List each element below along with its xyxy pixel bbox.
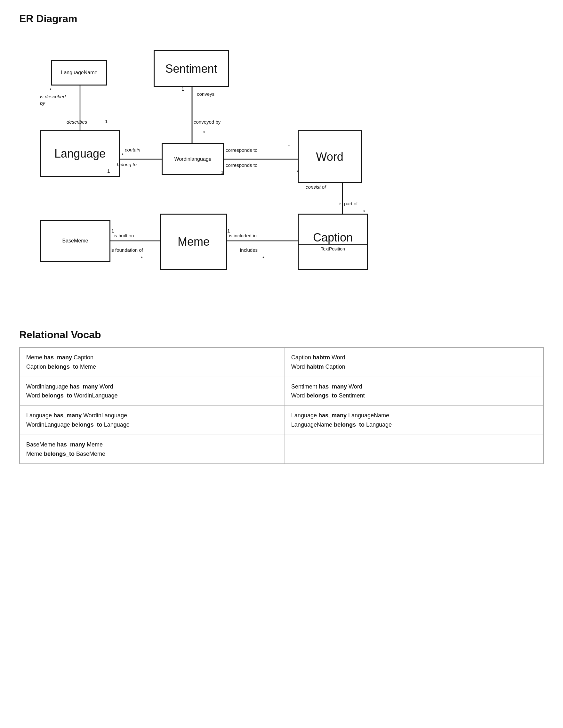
label-conveys: conveys <box>197 91 215 97</box>
vocab-cell: Meme has_many Caption Caption belongs_to… <box>20 348 284 377</box>
label-wordinlang-1: 1 <box>221 169 224 175</box>
label-meme-star: * <box>263 255 265 261</box>
label-langname-star: * <box>50 87 52 93</box>
label-consist-of: consist of <box>306 184 326 190</box>
label-describes: describes <box>67 119 87 125</box>
vocab-cell <box>284 435 543 464</box>
label-corresponds-to-1: corresponds to <box>226 147 257 153</box>
label-includes: includes <box>240 247 258 253</box>
label-conveyed-star: * <box>203 130 205 135</box>
label-conveyed-by: conveyed by <box>194 119 221 125</box>
label-sentiment-1: 1 <box>182 86 184 92</box>
label-is-included-in: is included in <box>229 233 257 238</box>
vocab-text: WordinLanguage belongs_to Language <box>26 421 130 428</box>
vocab-cell: Language has_many LanguageName LanguageN… <box>284 406 543 435</box>
vocab-text: Meme belongs_to BaseMeme <box>26 451 105 457</box>
vocab-text: Wordinlanguage has_many Word <box>26 383 113 390</box>
entity-basememe: BaseMeme <box>40 220 110 262</box>
vocab-text: LanguageName belongs_to Language <box>291 421 392 428</box>
vocab-cell: BaseMeme has_many Meme Meme belongs_to B… <box>20 435 284 464</box>
entity-word: Word <box>298 130 362 183</box>
vocab-row: Wordinlanguage has_many Word Word belong… <box>20 377 543 406</box>
label-corresponds-to-2: corresponds to <box>226 162 257 168</box>
vocab-text: Word belongs_to WordinLanguage <box>26 392 118 399</box>
vocab-row: Meme has_many Caption Caption belongs_to… <box>20 348 543 377</box>
label-word-star-top: * <box>288 143 290 149</box>
label-describes-1: 1 <box>105 119 108 124</box>
entity-languagename: LanguageName <box>51 60 107 86</box>
vocab-text: Meme has_many Caption <box>26 354 94 361</box>
vocab-text: Word belongs_to Sentiment <box>291 392 365 399</box>
vocab-text: Caption belongs_to Meme <box>26 364 96 370</box>
label-word-star-bot: * <box>297 169 299 174</box>
label-is-described-by: is describedby <box>40 94 66 106</box>
vocab-text: BaseMeme has_many Meme <box>26 441 103 448</box>
er-diagram-title: ER Diagram <box>19 13 544 25</box>
label-contain: contain <box>125 147 140 152</box>
vocab-row: BaseMeme has_many Meme Meme belongs_to B… <box>20 435 543 464</box>
label-lang-star: * <box>122 152 124 158</box>
vocab-text: Word habtm Caption <box>291 364 345 370</box>
entity-wordinlanguage: Wordinlanguage <box>162 143 224 175</box>
label-lang-1: 1 <box>107 168 110 174</box>
vocab-table: Meme has_many Caption Caption belongs_to… <box>19 347 544 464</box>
vocab-row: Language has_many WordinLanguage WordinL… <box>20 406 543 435</box>
entity-meme: Meme <box>160 214 227 270</box>
vocab-text: Sentiment has_many Word <box>291 383 362 390</box>
entity-sentiment: Sentiment <box>154 50 229 87</box>
vocab-title: Relational Vocab <box>19 329 544 341</box>
vocab-cell: Sentiment has_many Word Word belongs_to … <box>284 377 543 406</box>
vocab-text: Language has_many LanguageName <box>291 412 389 419</box>
label-caption-star-top: * <box>363 209 365 214</box>
label-is-part-of: is part of <box>339 201 358 206</box>
caption-attr: TextPosition <box>298 244 367 253</box>
entity-caption: Caption TextPosition <box>298 214 368 270</box>
vocab-cell: Wordinlanguage has_many Word Word belong… <box>20 377 284 406</box>
er-diagram: LanguageName Sentiment Language Wordinla… <box>19 34 544 310</box>
vocab-cell: Caption habtm Word Word habtm Caption <box>284 348 543 377</box>
vocab-text: Caption habtm Word <box>291 354 345 361</box>
label-basememe-star: * <box>141 255 143 261</box>
vocab-cell: Language has_many WordinLanguage WordinL… <box>20 406 284 435</box>
label-belong-to: belong to <box>117 162 137 167</box>
vocab-text: Language has_many WordinLanguage <box>26 412 127 419</box>
label-is-built-on: is built on <box>114 233 134 238</box>
label-is-foundation-of: is foundation of <box>110 247 143 253</box>
